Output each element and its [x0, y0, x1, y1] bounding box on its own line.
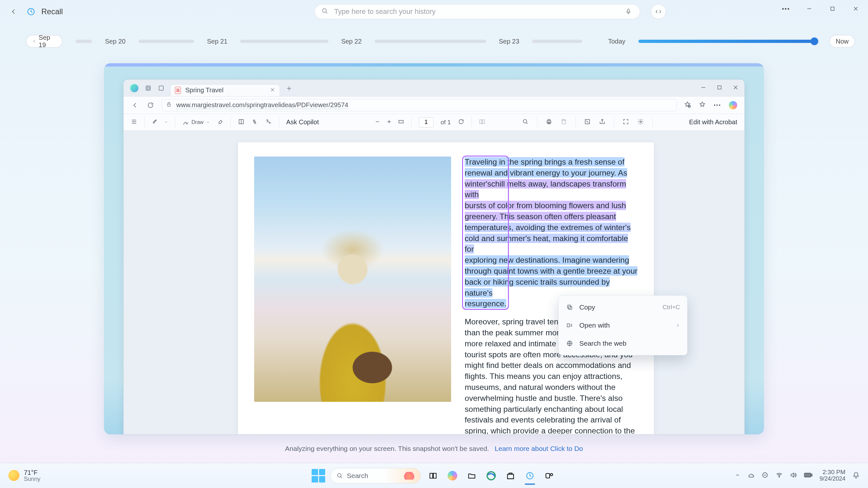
browser-back-button[interactable]	[131, 101, 139, 109]
timeline-segment[interactable]	[75, 40, 92, 43]
recall-taskbar-icon[interactable]	[523, 469, 537, 483]
timeline-segment[interactable]	[240, 40, 328, 43]
tray-volume-icon[interactable]	[790, 471, 797, 480]
highlight-icon[interactable]	[152, 119, 158, 126]
timeline-now-label: Now	[836, 38, 848, 45]
svg-rect-16	[548, 120, 550, 121]
tab-close-button[interactable]	[270, 87, 275, 94]
store-icon[interactable]	[503, 469, 518, 483]
contents-icon[interactable]	[131, 119, 137, 126]
context-copy[interactable]: Copy Ctrl+C	[559, 298, 687, 316]
tab-actions-icon[interactable]	[157, 84, 165, 92]
mic-icon[interactable]	[624, 7, 633, 17]
browser-window: Spring Travel ＋ www.margiestravel.com/sp…	[123, 79, 745, 434]
chevron-down-icon	[206, 120, 210, 124]
copilot-taskbar-icon[interactable]	[445, 469, 460, 483]
timeline-segment[interactable]	[532, 40, 582, 43]
rotate-icon[interactable]	[458, 119, 464, 126]
page-number-input[interactable]	[419, 117, 434, 128]
edge-icon[interactable]	[484, 469, 498, 483]
fit-page-icon[interactable]	[398, 119, 404, 126]
find-icon[interactable]	[522, 119, 529, 126]
tray-chevron-icon[interactable]	[735, 473, 740, 479]
minimize-button[interactable]	[805, 6, 814, 13]
maximize-button[interactable]	[828, 6, 837, 13]
favorites-icon[interactable]	[699, 101, 706, 109]
tray-battery-icon[interactable]	[804, 473, 812, 479]
share-icon[interactable]	[599, 119, 606, 126]
zoom-out-button[interactable]	[375, 119, 380, 126]
document-image	[254, 157, 451, 402]
timeline-start-chip[interactable]: Sep 19	[26, 35, 63, 48]
profile-avatar[interactable]	[129, 83, 139, 93]
erase-icon[interactable]	[217, 119, 223, 126]
annotate-icon[interactable]	[584, 119, 591, 126]
timeline-now-chip[interactable]: Now	[829, 35, 855, 48]
page-total: of 1	[441, 119, 451, 126]
more-icon[interactable]: •••	[781, 6, 790, 13]
timeline[interactable]: Sep 19 Sep 20 Sep 21 Sep 22 Sep 23 Today…	[26, 31, 855, 52]
settings-icon[interactable]	[638, 119, 644, 126]
edit-acrobat-button[interactable]: Edit with Acrobat	[689, 119, 737, 126]
browser-tab[interactable]: Spring Travel	[170, 84, 280, 97]
draw-label: Draw	[191, 120, 204, 125]
page-view-icon[interactable]	[238, 119, 244, 126]
weather-widget[interactable]: 71°F Sunny	[8, 469, 40, 483]
fullscreen-icon[interactable]	[623, 119, 629, 126]
back-button[interactable]	[8, 6, 20, 18]
copilot-icon[interactable]	[729, 101, 737, 109]
selected-text[interactable]: Traveling in the spring brings a fresh s…	[465, 158, 638, 308]
pdf-favicon-icon	[175, 87, 181, 94]
notifications-icon[interactable]	[852, 471, 860, 480]
svg-rect-35	[811, 474, 812, 476]
search-highlight-icon	[404, 472, 414, 480]
context-label: Open with	[579, 321, 610, 329]
browser-close-button[interactable]	[733, 85, 739, 92]
context-open-with[interactable]: Open with	[559, 316, 687, 334]
expand-search-button[interactable]	[651, 4, 666, 20]
tray-input-icon[interactable]	[762, 471, 769, 480]
browser-minimize-button[interactable]	[701, 85, 706, 92]
search-icon	[337, 473, 343, 479]
browser-maximize-button[interactable]	[717, 85, 722, 92]
weather-temp: 71°F	[24, 469, 40, 476]
tray-onedrive-icon[interactable]	[747, 471, 754, 480]
read-aloud-icon[interactable]	[252, 119, 258, 126]
browser-refresh-button[interactable]	[146, 101, 155, 109]
close-button[interactable]	[851, 6, 860, 13]
context-label: Copy	[579, 303, 595, 311]
two-page-icon[interactable]	[479, 119, 485, 126]
taskview-icon[interactable]	[426, 469, 440, 483]
history-search[interactable]	[314, 4, 640, 20]
translate-icon[interactable]	[265, 119, 272, 126]
doc-line: greenery. This season often offers pleas…	[465, 212, 616, 221]
doc-line: winter'schill melts away, landscapes tra…	[465, 179, 626, 199]
ask-copilot-button[interactable]: Ask Copilot	[286, 119, 319, 126]
draw-button[interactable]: Draw	[182, 119, 210, 126]
browser-more-icon[interactable]: •••	[714, 102, 721, 108]
banner-link[interactable]: Learn more about Click to Do	[495, 445, 583, 452]
chevron-down-icon[interactable]	[164, 120, 168, 125]
svg-rect-7	[718, 86, 721, 89]
favorite-add-icon[interactable]	[684, 101, 691, 109]
explorer-icon[interactable]	[465, 469, 479, 483]
context-search-web[interactable]: Search the web	[559, 334, 687, 352]
timeline-segment[interactable]	[375, 40, 486, 43]
taskbar-clock[interactable]: 2:30 PM 9/24/2024	[819, 469, 845, 482]
timeline-day-label: Sep 23	[499, 38, 519, 45]
svg-point-1	[322, 9, 326, 12]
pdf-viewport[interactable]: Traveling in the spring brings a fresh s…	[124, 131, 744, 434]
teams-icon[interactable]	[542, 469, 556, 483]
workspaces-icon[interactable]	[144, 84, 152, 92]
save-icon[interactable]	[561, 119, 567, 126]
timeline-today-segment[interactable]	[639, 40, 816, 43]
taskbar-search[interactable]: Search	[330, 468, 421, 484]
timeline-segment[interactable]	[138, 40, 194, 43]
print-icon[interactable]	[546, 119, 552, 126]
address-bar[interactable]: www.margiestravel.com/springtravelideas/…	[162, 99, 677, 111]
new-tab-button[interactable]: ＋	[285, 83, 293, 93]
zoom-in-button[interactable]	[386, 119, 392, 126]
start-button[interactable]	[312, 469, 325, 483]
tray-wifi-icon[interactable]	[776, 471, 783, 480]
history-search-input[interactable]	[334, 7, 618, 16]
